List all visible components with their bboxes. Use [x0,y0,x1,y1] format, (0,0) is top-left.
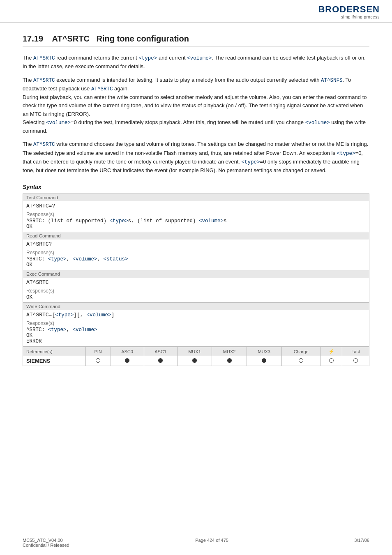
syntax-read-resp-code: ^SRTC: <type>, <volume>, <status> OK [23,256,369,270]
section-number: 17.19 [23,34,43,43]
ref-header-row: Reference(s) PIN ASC0 ASC1 MUX1 MUX2 MUX… [23,347,369,356]
syntax-exec-resp-label: Response(s) [23,287,369,294]
section-title: 17.19 AT^SRTC Ring tone configuration [23,34,369,46]
logo-tagline: simplifying process [318,15,380,19]
syntax-test-resp-label: Response(s) [23,211,369,217]
ref-col-mux3: MUX3 [247,347,281,356]
logo-brand: BRODERSEN [318,4,380,15]
syntax-write-command: Write Command AT^SRTC=[<type>][, <volume… [23,303,369,347]
syntax-read-command: Read Command AT^SRTC? Response(s) ^SRTC:… [23,232,369,270]
syntax-read-label: Read Command [23,232,369,240]
ref-col-mux1: MUX1 [177,347,212,356]
syntax-test-label: Test Command [23,194,369,201]
code-type-1: <type> [138,55,157,61]
ref-col-last: Last [342,347,369,356]
section-name: AT^SRTC Ring tone configuration [52,34,189,43]
circle-empty-pin [96,358,100,363]
syntax-exec-resp-code: OK [23,294,369,302]
ref-col-asc0: ASC0 [111,347,144,356]
ref-header-label: Reference(s) [23,347,86,356]
syntax-test-resp-code: ^SRTC: (list of supported) <type>s, (lis… [23,217,369,232]
ref-row-siemens: SIEMENS [23,356,369,366]
logo: BRODERSEN simplifying process [318,4,380,19]
code-type-eq0: <type> [337,151,355,157]
ref-col-charge: Charge [281,347,321,356]
ref-siemens-last [342,356,369,366]
code-atsrtc-4: AT^SRTC [33,142,55,147]
paragraph-2: The AT^SRTC execute command is intended … [23,76,369,136]
syntax-write-resp-label: Response(s) [23,320,369,326]
references-table: Reference(s) PIN ASC0 ASC1 MUX1 MUX2 MUX… [23,347,369,366]
syntax-exec-label: Exec Command [23,270,369,278]
ref-col-mux2: MUX2 [212,347,247,356]
footer-center: Page 424 of 475 [195,538,228,548]
circle-empty-special [329,358,334,363]
footer-page: Page 424 of 475 [195,538,228,543]
ref-siemens-special [321,356,342,366]
ref-siemens-asc0 [111,356,144,366]
syntax-test-command: Test Command AT^SRTC=? Response(s) ^SRTC… [23,193,369,232]
code-volume-eq0: <volume> [46,120,71,126]
syntax-write-cmd: AT^SRTC=[<type>][, <volume>] [23,310,369,320]
ref-siemens-mux2 [212,356,247,366]
footer-right: 3/17/06 [354,538,369,548]
paragraph-3: The AT^SRTC write command chooses the ty… [23,140,369,175]
syntax-write-resp-code: ^SRTC: <type>, <volume> OK ERROR [23,326,369,346]
circle-filled-mux1 [192,358,197,363]
ref-siemens-mux1 [177,356,212,366]
ref-col-asc1: ASC1 [144,347,177,356]
code-atsrtc-1: AT^SRTC [33,55,55,61]
circle-filled-asc0 [125,358,129,363]
syntax-read-cmd: AT^SRTC? [23,240,369,249]
syntax-exec-cmd: AT^SRTC [23,278,369,287]
ref-siemens-asc1 [144,356,177,366]
code-type-eq0-2: <type> [242,159,260,165]
ref-siemens-charge [281,356,321,366]
circle-filled-mux3 [262,358,266,363]
code-atsrtc-2: AT^SRTC [33,78,55,83]
circle-filled-asc1 [158,358,163,363]
code-volume-2: <volume> [305,120,330,126]
footer-doc-id: MC55_ATC_V04.00 [23,538,63,543]
ref-siemens-pin [85,356,111,366]
code-atsrtc-3: AT^SRTC [91,86,113,92]
code-volume-1: <volume> [187,55,212,61]
ref-col-special: ⚡ [321,347,342,356]
circle-empty-last [353,358,358,363]
ref-name-siemens: SIEMENS [23,356,86,366]
footer-status: Confidential / Released [23,543,69,548]
page-header: BRODERSEN simplifying process [0,0,392,23]
syntax-test-cmd: AT^SRTC=? [23,201,369,211]
syntax-write-label: Write Command [23,303,369,310]
circle-empty-charge [299,358,303,363]
circle-filled-mux2 [227,358,232,363]
syntax-read-resp-label: Response(s) [23,249,369,256]
ref-siemens-mux3 [247,356,281,366]
main-content: 17.19 AT^SRTC Ring tone configuration Th… [0,23,392,382]
page-footer: MC55_ATC_V04.00 Confidential / Released … [23,535,369,548]
syntax-exec-command: Exec Command AT^SRTC Response(s) OK [23,270,369,303]
footer-date: 3/17/06 [354,538,369,543]
code-atsnfs: AT^SNFS [321,78,343,83]
syntax-heading: Syntax [23,184,369,190]
paragraph-1: The AT^SRTC read command returns the cur… [23,54,369,71]
footer-left: MC55_ATC_V04.00 Confidential / Released [23,538,69,548]
ref-col-pin: PIN [85,347,111,356]
